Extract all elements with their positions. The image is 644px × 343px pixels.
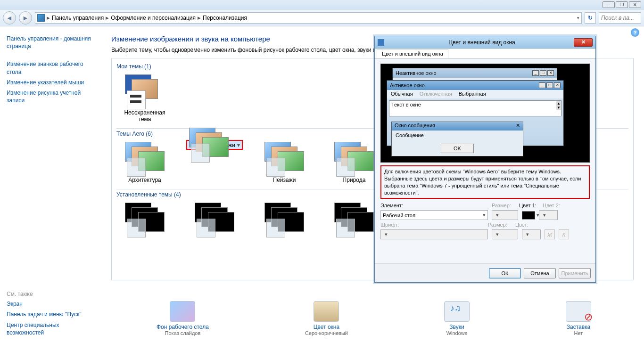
search-input[interactable]: Поиск в па...: [599, 12, 641, 24]
window-buttons-icon: _□✕: [532, 70, 554, 76]
ok-button[interactable]: ОК: [489, 268, 521, 278]
label-color1: Цвет 1:: [519, 203, 539, 208]
font-select: [380, 229, 488, 239]
preview-menubar: Обычная Отключенная Выбранная: [387, 90, 563, 98]
screensaver-icon: [566, 301, 591, 322]
window-color-link[interactable]: Цвет окна Серо-коричневый: [305, 301, 348, 336]
forward-button[interactable]: ►: [19, 11, 32, 24]
bottom-link-value: Серо-коричневый: [305, 330, 348, 336]
font-color-select: [522, 229, 541, 239]
theme-thumb-icon: [264, 142, 304, 175]
sidebar-home[interactable]: Панель управления - домашняя страница: [7, 35, 94, 50]
dialog-close-button[interactable]: ✕: [574, 38, 593, 47]
sound-icon: [444, 301, 470, 322]
theme-nature[interactable]: Природа: [326, 140, 382, 185]
theme-architecture[interactable]: Архитектура: [116, 140, 173, 185]
theme-label: Природа: [328, 177, 380, 183]
preview-textarea[interactable]: Текст в окне: [389, 100, 561, 116]
cancel-button[interactable]: Отмена: [524, 268, 556, 278]
bottom-link-value: Нет: [566, 330, 591, 336]
see-also-header: См. также: [7, 291, 96, 297]
sounds-link[interactable]: Звуки Windows: [444, 301, 470, 336]
theme-thumb-icon: [264, 203, 304, 236]
label-font-size: Размер:: [488, 222, 512, 228]
theme-item[interactable]: [256, 201, 313, 239]
bottom-bar: Фон рабочего стола Показ слайдов Цвет ок…: [108, 297, 639, 340]
color-appearance-dialog: Цвет и внешний вид окна ✕ Цвет и внешний…: [374, 36, 596, 283]
theme-label: Пейзажи: [258, 177, 311, 183]
see-also: См. также Экран Панель задач и меню ''Пу…: [7, 291, 96, 339]
bottom-link-label: Цвет окна: [305, 324, 348, 330]
bottom-link-label: Заставка: [566, 324, 591, 330]
theme-thumb-icon: [334, 142, 374, 175]
label-element: Элемент:: [380, 203, 409, 208]
theme-item[interactable]: [116, 201, 173, 239]
label-font: Шрифт:: [380, 222, 484, 228]
refresh-button[interactable]: ↻: [585, 12, 596, 24]
menu-item-selected[interactable]: Выбранная: [459, 91, 486, 98]
window-titlebar: ─ ❐ ✕: [0, 0, 644, 9]
theme-item[interactable]: [186, 201, 243, 239]
breadcrumb-seg[interactable]: Персонализация: [203, 15, 247, 21]
control-panel-icon: [37, 14, 45, 22]
close-button[interactable]: ✕: [629, 1, 641, 8]
back-button[interactable]: ◄: [3, 11, 16, 24]
bottom-link-label: Фон рабочего стола: [157, 324, 209, 330]
preview-active-title: Активное окно: [390, 82, 425, 88]
label-color2: Цвет 2:: [543, 203, 560, 208]
desktop-background-link[interactable]: Фон рабочего стола Показ слайдов: [157, 301, 209, 336]
chevron-right-icon: ▶: [47, 16, 50, 20]
dialog-title: Цвет и внешний вид окна: [390, 39, 574, 46]
theme-thumb-icon: [195, 203, 234, 236]
label-font-color: Цвет:: [515, 222, 528, 228]
menu-item-normal[interactable]: Обычная: [391, 91, 413, 98]
theme-thumb-icon: [189, 128, 206, 161]
close-icon[interactable]: ✕: [516, 122, 520, 130]
theme-thumb-icon: [125, 74, 165, 107]
theme-unsaved[interactable]: Несохраненная тема: [116, 73, 173, 124]
label-size: Размер:: [492, 203, 515, 208]
chevron-right-icon: ▶: [106, 16, 109, 20]
breadcrumb-seg[interactable]: Панель управления: [52, 15, 104, 21]
theme-characters[interactable]: Персонажи: [186, 140, 243, 150]
bold-button: Ж: [545, 229, 555, 239]
dialog-icon: [378, 39, 384, 46]
msgbox-title: Окно сообщения: [395, 122, 435, 130]
dialog-titlebar[interactable]: Цвет и внешний вид окна ✕: [375, 36, 595, 49]
seealso-display[interactable]: Экран: [7, 300, 96, 308]
color1-swatch[interactable]: [522, 211, 535, 220]
italic-button: К: [559, 229, 569, 239]
seealso-ease-of-access[interactable]: Центр специальных возможностей: [7, 321, 96, 336]
seealso-taskbar[interactable]: Панель задач и меню ''Пуск'': [7, 310, 96, 318]
chevron-right-icon: ▶: [198, 16, 201, 20]
dialog-buttons: ОК Отмена Применить: [375, 263, 595, 282]
color2-select: [539, 210, 558, 220]
minimize-button[interactable]: ─: [603, 1, 615, 8]
screensaver-link[interactable]: Заставка Нет: [566, 301, 591, 336]
element-select[interactable]: Рабочий стол: [380, 210, 488, 220]
theme-thumb-icon: [125, 203, 165, 236]
window-buttons-icon: _□✕: [539, 82, 561, 88]
aero-note: Для включения цветовой схемы "Windows Ae…: [380, 165, 590, 199]
sidebar-link-account-pic[interactable]: Изменение рисунка учетной записи: [7, 89, 94, 104]
theme-item[interactable]: [326, 201, 382, 239]
breadcrumb-seg[interactable]: Оформление и персонализация: [111, 15, 196, 21]
breadcrumb[interactable]: ▶ Панель управления ▶ Оформление и персо…: [35, 12, 582, 24]
preview-message-box[interactable]: Окно сообщения✕ Сообщение OK: [391, 122, 523, 156]
sidebar-link-icons[interactable]: Изменение значков рабочего стола: [7, 60, 94, 75]
slideshow-icon: [170, 301, 195, 322]
theme-thumb-icon: [125, 142, 165, 175]
theme-label: Архитектура: [118, 177, 171, 183]
sidebar-link-pointers[interactable]: Изменение указателей мыши: [7, 79, 94, 86]
bottom-link-label: Звуки: [444, 324, 470, 330]
msgbox-ok-button[interactable]: OK: [441, 144, 474, 153]
tab-color-appearance[interactable]: Цвет и внешний вид окна: [377, 49, 448, 58]
dialog-body: Неактивное окно _□✕ Активное окно _□✕ Об…: [375, 59, 595, 246]
menu-item-disabled: Отключенная: [420, 91, 452, 98]
color-swatch-icon: [314, 301, 339, 322]
dialog-tabs: Цвет и внешний вид окна: [375, 49, 595, 59]
bottom-link-value: Показ слайдов: [157, 330, 209, 336]
maximize-button[interactable]: ❐: [616, 1, 628, 8]
chevron-down-icon[interactable]: ▾: [577, 16, 579, 20]
theme-landscapes[interactable]: Пейзажи: [256, 140, 313, 185]
